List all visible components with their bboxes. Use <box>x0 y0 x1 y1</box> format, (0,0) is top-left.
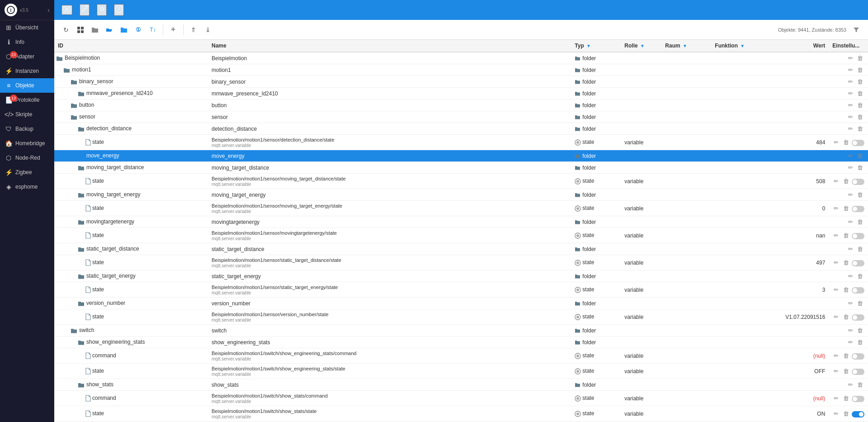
table-row[interactable]: commandBeispielmotion/motion1/switch/sho… <box>54 391 868 406</box>
edit-btn[interactable]: ✏ <box>847 113 854 121</box>
topbar-eye-btn[interactable] <box>61 5 72 15</box>
delete-btn[interactable]: 🗑 <box>842 313 850 321</box>
edit-btn[interactable]: ✏ <box>832 177 840 185</box>
edit-btn[interactable]: ✏ <box>832 204 840 212</box>
delete-btn[interactable]: 🗑 <box>856 272 864 280</box>
delete-btn[interactable]: 🗑 <box>856 113 864 121</box>
edit-btn[interactable]: ✏ <box>847 66 854 74</box>
view-grid-btn[interactable] <box>74 24 87 36</box>
table-row[interactable]: binary_sensorbinary_sensorfolder ✏ 🗑 <box>54 76 868 88</box>
delete-btn[interactable]: 🗑 <box>856 54 864 62</box>
table-row[interactable]: BeispielmotionBeispielmotionfolder ✏ 🗑 <box>54 52 868 64</box>
table-row[interactable]: detection_distancedetection_distancefold… <box>54 123 868 135</box>
delete-btn[interactable]: 🗑 <box>842 204 850 212</box>
sidebar-collapse-btn[interactable]: ‹ <box>47 6 50 14</box>
delete-btn[interactable]: 🗑 <box>856 327 864 334</box>
col-funktion[interactable]: Funktion ▼ <box>711 40 770 52</box>
edit-btn[interactable]: ✏ <box>847 381 854 389</box>
table-row[interactable]: stateBeispielmotion/motion1/sensor/stati… <box>54 282 868 298</box>
sidebar-item-objekte[interactable]: ≡ Objekte <box>0 78 54 93</box>
toggle-switch[interactable] <box>852 314 864 321</box>
download-btn[interactable]: ⇓ <box>202 24 214 36</box>
edit-btn[interactable]: ✏ <box>847 164 854 171</box>
edit-btn[interactable]: ✏ <box>832 286 840 294</box>
edit-btn[interactable]: ✏ <box>847 218 854 226</box>
col-raum[interactable]: Raum ▼ <box>661 40 711 52</box>
edit-btn[interactable]: ✏ <box>832 313 840 321</box>
toggle-switch[interactable] <box>852 260 864 266</box>
table-row[interactable]: stateBeispielmotion/motion1/sensor/versi… <box>54 309 868 325</box>
table-row[interactable]: stateBeispielmotion/motion1/sensor/movin… <box>54 201 868 216</box>
sort-btn[interactable]: T↕ <box>146 24 159 36</box>
delete-btn[interactable]: 🗑 <box>856 299 864 307</box>
sidebar-item-uebersicht[interactable]: ⊞ Übersicht <box>0 20 54 35</box>
table-row[interactable]: stateBeispielmotion/motion1/sensor/stati… <box>54 255 868 270</box>
table-row[interactable]: static_target_energystatic_target_energy… <box>54 270 868 282</box>
toggle-switch[interactable] <box>852 411 864 417</box>
edit-btn[interactable]: ✏ <box>832 138 840 146</box>
delete-btn[interactable]: 🗑 <box>842 259 850 266</box>
edit-btn[interactable]: ✏ <box>847 338 854 346</box>
sidebar-item-backup[interactable]: 🛡 Backup <box>0 122 54 136</box>
topbar-wrench-btn[interactable] <box>80 4 90 16</box>
sidebar-item-homebridge[interactable]: 🏠 Homebridge <box>0 136 54 151</box>
edit-btn[interactable]: ✏ <box>847 90 854 97</box>
toggle-switch[interactable] <box>852 396 864 402</box>
table-row[interactable]: mmwave_presence_ld2410mmwave_presence_ld… <box>54 88 868 100</box>
sidebar-item-instanzen[interactable]: ⚡ Instanzen <box>0 64 54 78</box>
folder-open-btn[interactable] <box>103 24 116 36</box>
delete-btn[interactable]: 🗑 <box>856 245 864 253</box>
table-row[interactable]: commandBeispielmotion/motion1/switch/sho… <box>54 348 868 364</box>
edit-btn[interactable]: ✏ <box>832 367 840 375</box>
table-row[interactable]: move_energymove_energyfolder ✏ 🗑 <box>54 150 868 162</box>
delete-btn[interactable]: 🗑 <box>856 101 864 109</box>
table-row[interactable]: static_target_distancestatic_target_dist… <box>54 243 868 255</box>
edit-btn[interactable]: ✏ <box>847 245 854 253</box>
edit-btn[interactable]: ✏ <box>847 101 854 109</box>
edit-btn[interactable]: ✏ <box>847 78 854 85</box>
toggle-switch[interactable] <box>852 179 864 185</box>
edit-btn[interactable]: ✏ <box>847 191 854 199</box>
toggle-switch[interactable] <box>852 233 864 239</box>
sidebar-item-adapter[interactable]: ⬡ Adapter 23 <box>0 49 54 64</box>
delete-btn[interactable]: 🗑 <box>856 338 864 346</box>
edit-btn[interactable]: ✏ <box>847 327 854 334</box>
delete-btn[interactable]: 🗑 <box>856 152 864 160</box>
delete-btn[interactable]: 🗑 <box>856 191 864 199</box>
table-row[interactable]: switchswitchfolder ✏ 🗑 <box>54 325 868 337</box>
edit-btn[interactable]: ✏ <box>847 125 854 133</box>
sidebar-item-zigbee[interactable]: ⚡ Zigbee <box>0 165 54 180</box>
table-row[interactable]: stateBeispielmotion/motion1/sensor/movin… <box>54 174 868 189</box>
sidebar-item-esphome[interactable]: ◈ esphome <box>0 180 54 194</box>
delete-btn[interactable]: 🗑 <box>856 66 864 74</box>
upload-btn[interactable]: ⇑ <box>187 24 200 36</box>
delete-btn[interactable]: 🗑 <box>856 164 864 171</box>
delete-btn[interactable]: 🗑 <box>842 286 850 294</box>
edit-btn[interactable]: ✏ <box>832 410 840 417</box>
delete-btn[interactable]: 🗑 <box>842 367 850 375</box>
table-row[interactable]: movingtargetenergymovingtargetenergyfold… <box>54 216 868 228</box>
sidebar-item-node-red[interactable]: ⬡ Node-Red <box>0 151 54 165</box>
delete-btn[interactable]: 🗑 <box>842 232 850 239</box>
sidebar-item-skripte[interactable]: </> Skripte <box>0 107 54 122</box>
delete-btn[interactable]: 🗑 <box>842 352 850 360</box>
delete-btn[interactable]: 🗑 <box>842 394 850 402</box>
delete-btn[interactable]: 🗑 <box>856 78 864 85</box>
edit-btn[interactable]: ✏ <box>832 232 840 239</box>
sidebar-item-protokolle[interactable]: 📄 Protokolle 13 <box>0 93 54 107</box>
edit-btn[interactable]: ✏ <box>847 152 854 160</box>
delete-btn[interactable]: 🗑 <box>856 218 864 226</box>
topbar-gear-btn[interactable] <box>97 4 107 16</box>
refresh-btn[interactable]: ↻ <box>60 24 72 36</box>
table-row[interactable]: moving_target_energymoving_target_energy… <box>54 189 868 201</box>
edit-btn[interactable]: ✏ <box>832 259 840 266</box>
delete-btn[interactable]: 🗑 <box>842 410 850 417</box>
topbar-help-btn[interactable]: ? <box>114 4 124 16</box>
edit-btn[interactable]: ✏ <box>847 54 854 62</box>
sidebar-item-info[interactable]: ℹ Info <box>0 35 54 49</box>
table-row[interactable]: motion1motion1folder ✏ 🗑 <box>54 64 868 76</box>
table-row[interactable]: stateBeispielmotion/motion1/switch/show_… <box>54 406 868 422</box>
toggle-switch[interactable] <box>852 206 864 212</box>
delete-btn[interactable]: 🗑 <box>856 125 864 133</box>
table-row[interactable]: buttonbuttonfolder ✏ 🗑 <box>54 100 868 111</box>
